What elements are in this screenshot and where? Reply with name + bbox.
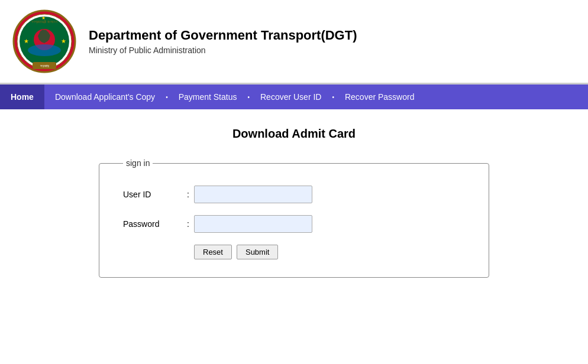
password-row: Password : bbox=[123, 215, 465, 233]
nav-recover-password[interactable]: Recover Password bbox=[334, 84, 425, 109]
password-label: Password bbox=[123, 219, 182, 229]
svg-text:সরকার: সরকার bbox=[40, 64, 49, 68]
password-colon: : bbox=[182, 219, 194, 229]
form-legend: sign in bbox=[123, 158, 153, 168]
reset-button[interactable]: Reset bbox=[194, 245, 232, 259]
svg-text:গণপ্রজাতন্ত্রী বাংলাদেশ: গণপ্রজাতন্ত্রী বাংলাদেশ bbox=[31, 20, 58, 24]
org-title: Department of Government Transport(DGT) bbox=[89, 28, 357, 43]
page-title: Download Admit Card bbox=[232, 127, 356, 141]
svg-text:★: ★ bbox=[61, 38, 66, 44]
main-content: Download Admit Card sign in User ID : Pa… bbox=[0, 109, 588, 295]
form-buttons: Reset Submit bbox=[194, 245, 465, 259]
header: ★ ★ ★ ★ সরকার গণপ্রজাতন্ত্রী বাংলাদেশ De… bbox=[0, 0, 588, 84]
logo: ★ ★ ★ ★ সরকার গণপ্রজাতন্ত্রী বাংলাদেশ bbox=[12, 9, 77, 74]
svg-point-4 bbox=[28, 44, 61, 56]
nav-home[interactable]: Home bbox=[0, 84, 44, 109]
user-id-colon: : bbox=[182, 190, 194, 199]
user-id-label: User ID bbox=[123, 190, 182, 199]
nav-recover-user-id[interactable]: Recover User ID bbox=[250, 84, 332, 109]
signin-form: sign in User ID : Password : Reset Submi… bbox=[99, 158, 489, 278]
nav-payment-status[interactable]: Payment Status bbox=[168, 84, 248, 109]
submit-button[interactable]: Submit bbox=[237, 245, 278, 259]
navbar: Home Download Applicant's Copy • Payment… bbox=[0, 84, 588, 109]
user-id-row: User ID : bbox=[123, 186, 465, 203]
user-id-input[interactable] bbox=[194, 186, 312, 203]
org-subtitle: Ministry of Public Administration bbox=[89, 46, 357, 55]
nav-download-applicant[interactable]: Download Applicant's Copy bbox=[44, 84, 166, 109]
password-input[interactable] bbox=[194, 215, 312, 233]
org-info: Department of Government Transport(DGT) … bbox=[89, 28, 357, 55]
svg-text:★: ★ bbox=[24, 38, 29, 44]
